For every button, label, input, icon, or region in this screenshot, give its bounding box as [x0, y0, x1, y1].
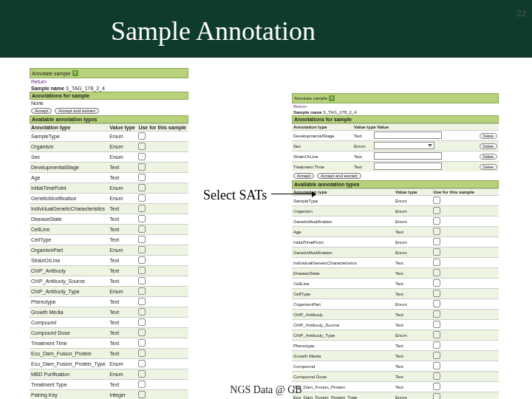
use-checkbox[interactable]: [138, 267, 146, 274]
annotation-type-cell: ChIP_Antibody_Source: [292, 320, 394, 330]
use-checkbox[interactable]: [433, 321, 440, 328]
use-checkbox[interactable]: [138, 225, 146, 233]
use-checkbox[interactable]: [138, 360, 146, 367]
help-icon[interactable]: ?: [72, 70, 78, 76]
value-type-cell: Text: [108, 349, 137, 359]
annotation-type-cell: ChIP_Antibody: [292, 310, 394, 320]
use-checkbox[interactable]: [433, 331, 440, 338]
use-checkbox[interactable]: [433, 228, 440, 235]
annotation-type-cell: Compound Dose: [292, 372, 394, 382]
annotation-type-cell: InitialTimePoint: [292, 237, 394, 248]
use-checkbox[interactable]: [433, 259, 440, 266]
use-checkbox[interactable]: [433, 238, 440, 245]
return-link[interactable]: Return: [292, 103, 499, 109]
annotation-type-cell: Eco_Dam_Fusion_Protein_Type: [30, 359, 108, 369]
table-row: ChIP_AntibodyText: [292, 310, 499, 320]
use-checkbox[interactable]: [138, 329, 146, 336]
use-checkbox[interactable]: [138, 174, 146, 181]
use-checkbox[interactable]: [433, 310, 440, 318]
use-checkbox[interactable]: [433, 248, 440, 256]
use-checkbox[interactable]: [138, 370, 146, 378]
delete-button[interactable]: Delete: [480, 164, 497, 170]
value-type-cell: Enum: [394, 206, 432, 216]
value-input[interactable]: [374, 163, 442, 170]
accept-button[interactable]: Accept: [293, 173, 314, 179]
value-type-cell: Text: [394, 320, 432, 330]
use-checkbox[interactable]: [138, 163, 146, 171]
use-checkbox[interactable]: [433, 269, 440, 276]
use-checkbox[interactable]: [138, 236, 146, 243]
table-row: ChIP_Antibody_SourceText: [292, 320, 499, 330]
use-checkbox[interactable]: [433, 362, 440, 369]
annotations-for-sample-header: Annotations for sample: [292, 115, 499, 123]
table-row: SampleTypeEnum: [30, 132, 188, 142]
use-checkbox[interactable]: [138, 132, 146, 140]
value-select[interactable]: [374, 142, 434, 149]
right-panel: Annotate sample ? Return Sample name 3_T…: [292, 93, 499, 399]
use-checkbox[interactable]: [433, 217, 440, 225]
use-checkbox[interactable]: [433, 352, 440, 359]
value-type-cell: Text: [108, 328, 137, 338]
use-checkbox[interactable]: [433, 290, 440, 297]
delete-button[interactable]: Delete: [480, 133, 497, 139]
help-icon[interactable]: ?: [329, 95, 335, 101]
table-row: Treatment TimeText: [30, 338, 188, 349]
use-checkbox[interactable]: [138, 318, 146, 326]
annotation-type-cell: SampleType: [30, 132, 108, 142]
table-row: ChIP_Antibody_TypeEnum: [292, 330, 499, 341]
value-type-cell: Enum: [394, 237, 432, 248]
annotation-type-cell: ChIP_Antibody_Source: [30, 276, 108, 287]
use-checkbox[interactable]: [138, 256, 146, 264]
available-types-header: Available annotation types: [292, 180, 499, 188]
use-checkbox[interactable]: [138, 246, 146, 253]
use-checkbox[interactable]: [433, 341, 440, 349]
accept-button[interactable]: Accept: [31, 108, 52, 114]
use-checkbox[interactable]: [138, 194, 146, 202]
table-row: CellTypeText: [30, 235, 188, 245]
delete-button[interactable]: Delete: [480, 143, 497, 149]
annotation-type-cell: CellLine: [30, 225, 108, 235]
use-checkbox[interactable]: [138, 215, 146, 222]
return-link[interactable]: Return: [30, 78, 188, 85]
use-checkbox[interactable]: [138, 153, 146, 160]
arrow-icon: [271, 194, 316, 194]
annotations-for-sample-header: Annotations for sample: [30, 92, 188, 100]
use-checkbox[interactable]: [138, 287, 146, 295]
annotation-type-cell: OrganismPart: [30, 245, 108, 256]
use-checkbox[interactable]: [433, 300, 440, 307]
delete-button[interactable]: Delete: [480, 154, 497, 160]
annotation-type-cell: Phenotype: [292, 341, 394, 351]
selected-row: SexEnumDelete: [292, 141, 499, 151]
use-checkbox[interactable]: [138, 298, 146, 305]
value-input[interactable]: [374, 152, 442, 160]
annotation-type-cell: Phenotype: [30, 297, 108, 307]
use-checkbox[interactable]: [433, 279, 440, 287]
button-row: Accept Accept and extract: [30, 106, 188, 115]
col-use: Use for this sample: [138, 125, 186, 130]
use-checkbox[interactable]: [433, 197, 440, 204]
accept-extract-button[interactable]: Accept and extract: [55, 108, 99, 114]
use-checkbox[interactable]: [138, 349, 146, 357]
use-checkbox[interactable]: [138, 339, 146, 347]
use-checkbox[interactable]: [433, 207, 440, 214]
annotation-type-cell: ChIP_Antibody: [30, 266, 108, 276]
table-row: DiseaseStateText: [30, 214, 188, 225]
use-checkbox[interactable]: [138, 308, 146, 316]
value-input[interactable]: [374, 132, 442, 139]
use-checkbox[interactable]: [138, 184, 146, 191]
table-row: Eco_Dam_Fusion_ProteinText: [30, 349, 188, 359]
callout-text: Select SATs: [203, 188, 267, 202]
use-checkbox[interactable]: [138, 143, 146, 150]
page-number: 22: [516, 7, 526, 19]
annotation-type-cell: DiseaseState: [30, 214, 108, 225]
use-checkbox[interactable]: [138, 277, 146, 284]
annotation-type-cell: GeneticModification: [292, 248, 394, 258]
use-checkbox[interactable]: [433, 372, 440, 380]
value-type-cell: Text: [108, 256, 137, 266]
value-type-cell: Text: [108, 338, 137, 349]
annotation-type-cell: CellLine: [292, 279, 394, 289]
use-checkbox[interactable]: [138, 205, 146, 212]
table-row: Growth MediaText: [30, 307, 188, 318]
accept-extract-button[interactable]: Accept and extract: [317, 173, 361, 179]
table-row: CellLineText: [30, 225, 188, 235]
